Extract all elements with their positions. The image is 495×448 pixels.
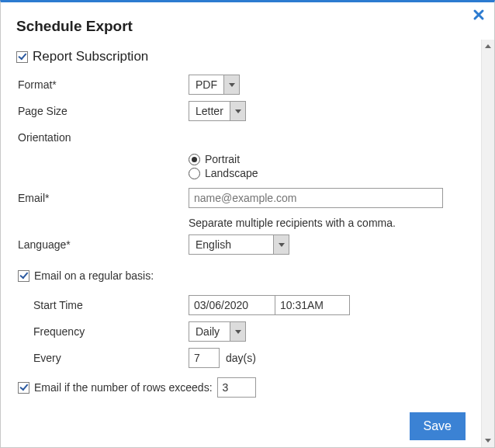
close-button[interactable]: [472, 9, 486, 23]
save-button[interactable]: Save: [410, 412, 466, 440]
vertical-scrollbar[interactable]: [481, 40, 494, 447]
orientation-label: Orientation: [16, 131, 189, 144]
report-subscription-label: Report Subscription: [33, 49, 148, 64]
email-label: Email*: [16, 192, 189, 204]
orientation-landscape-radio[interactable]: [189, 168, 200, 179]
every-unit-label: day(s): [226, 352, 256, 364]
orientation-portrait-radio[interactable]: [189, 154, 200, 165]
scroll-down-button[interactable]: [482, 434, 494, 447]
rows-threshold-label: Email if the number of rows exceeds:: [34, 381, 213, 394]
chevron-down-icon: [273, 235, 289, 254]
page-size-label: Page Size: [16, 105, 189, 117]
rows-threshold-input[interactable]: [217, 377, 256, 398]
scroll-up-button[interactable]: [482, 40, 494, 53]
frequency-select[interactable]: Daily: [189, 321, 246, 342]
chevron-down-icon: [230, 322, 245, 341]
rows-threshold-checkbox[interactable]: [18, 382, 29, 394]
page-size-value: Letter: [189, 102, 230, 120]
format-select[interactable]: PDF: [189, 75, 240, 95]
orientation-landscape-label: Landscape: [205, 167, 258, 179]
email-regular-checkbox[interactable]: [18, 270, 29, 282]
chevron-down-icon: [230, 102, 245, 120]
every-label: Every: [16, 352, 189, 364]
schedule-export-dialog: Schedule Export Report Subscription Form…: [0, 0, 495, 448]
start-time-label: Start Time: [16, 299, 189, 311]
report-subscription-checkbox[interactable]: [16, 51, 28, 63]
dialog-titlebar: Schedule Export: [1, 2, 494, 40]
page-size-select[interactable]: Letter: [189, 101, 246, 121]
email-hint: Separate multiple recipients with a comm…: [189, 217, 466, 229]
email-input[interactable]: [189, 188, 443, 208]
language-value: English: [189, 235, 273, 254]
frequency-label: Frequency: [16, 325, 189, 338]
chevron-down-icon: [223, 75, 239, 94]
frequency-value: Daily: [189, 322, 230, 341]
orientation-portrait-label: Portrait: [205, 153, 240, 165]
start-date-input[interactable]: [189, 295, 275, 315]
chevron-up-icon: [485, 44, 491, 48]
language-select[interactable]: English: [189, 234, 289, 255]
language-label: Language*: [16, 238, 189, 251]
format-label: Format*: [16, 78, 189, 91]
chevron-down-icon: [485, 439, 491, 443]
dialog-title: Schedule Export: [16, 18, 479, 35]
start-time-input[interactable]: [275, 295, 350, 315]
close-icon: [472, 9, 485, 21]
format-value: PDF: [189, 75, 223, 94]
dialog-content: Report Subscription Format* PDF Page Siz…: [1, 40, 481, 447]
every-value-input[interactable]: [189, 348, 220, 368]
email-regular-label: Email on a regular basis:: [34, 269, 154, 282]
